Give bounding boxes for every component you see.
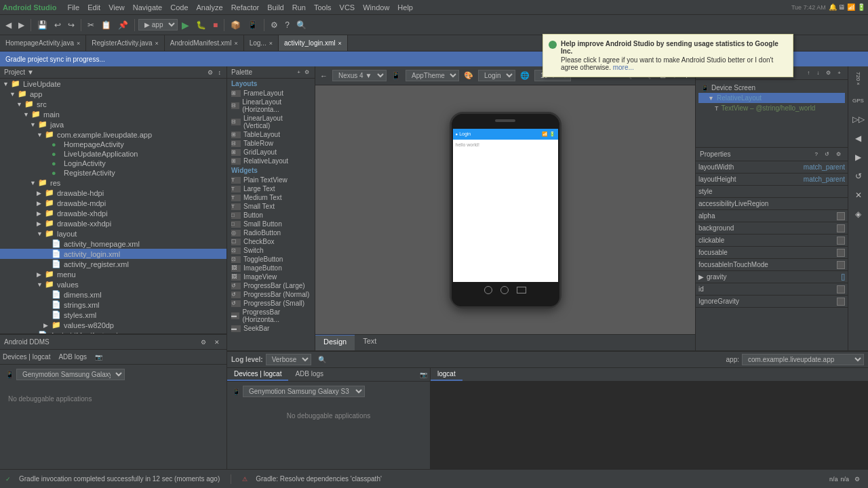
palette-medium-text[interactable]: T Medium Text (227, 193, 315, 202)
genymotion-device[interactable]: 📱 Genymotion Samsung Galaxy S3 – (3, 367, 224, 382)
palette-radiobutton[interactable]: ◎ RadioButton (227, 228, 315, 237)
adb-tab[interactable]: ADB logs (288, 368, 330, 381)
tab-close-4[interactable]: × (338, 40, 342, 47)
comp-tree-btn-2[interactable]: ↓ (814, 68, 822, 77)
menu-edit[interactable]: Edit (83, 2, 104, 13)
run-btn[interactable]: ▶ (179, 18, 192, 32)
tree-item-login-activity[interactable]: ● LoginActivity (0, 159, 226, 168)
tree-item-res[interactable]: ▼ 📁 res (0, 178, 226, 188)
menu-vcs[interactable]: VCS (336, 2, 359, 13)
device-config-btn[interactable]: 📱 (389, 70, 403, 81)
tree-item-menu-folder[interactable]: ▶ 📁 menu (0, 269, 226, 279)
project-settings-btn[interactable]: ⚙ (206, 69, 214, 76)
theme-select[interactable]: AppTheme (406, 70, 459, 81)
tab-register-activity[interactable]: RegisterActivity.java × (86, 35, 165, 51)
toolbar-back-btn[interactable]: ◀ (3, 19, 14, 31)
palette-togglebutton[interactable]: ⊡ ToggleButton (227, 255, 315, 264)
devices-logcat-tab[interactable]: Devices | logcat (3, 353, 50, 361)
tab-close-3[interactable]: × (269, 40, 273, 47)
tree-item-drawable-hdpi[interactable]: ▶ 📁 drawable-hdpi (0, 188, 226, 198)
menu-run[interactable]: Run (288, 2, 310, 13)
menu-code[interactable]: Code (166, 2, 192, 13)
tree-item-homepage-activity[interactable]: ● HomepageActivity (0, 140, 226, 149)
palette-small-text[interactable]: T Small Text (227, 202, 315, 211)
settings-btn[interactable]: ⚙ (268, 19, 281, 31)
notification-more-link[interactable]: more... (613, 64, 634, 71)
clickable-checkbox[interactable] (837, 237, 845, 245)
tree-item-liveupdateapp[interactable]: ● LiveUpdateApplication (0, 149, 226, 159)
palette-imagebutton[interactable]: 🖼 ImageButton (227, 264, 315, 272)
comp-tree-btn-4[interactable]: + (835, 68, 844, 77)
ddms-settings-btn[interactable]: ⚙ (198, 338, 209, 347)
locale-select[interactable]: Login (478, 70, 515, 81)
props-btn-filter[interactable]: ⚙ (833, 150, 844, 159)
menu-view[interactable]: View (104, 2, 129, 13)
comp-relativelayout[interactable]: ▼ RelativeLayout (698, 93, 845, 103)
log-level-select[interactable]: Verbose (266, 354, 311, 365)
tree-item-src[interactable]: ▼ 📁 src (0, 99, 226, 109)
palette-btn-2[interactable]: ⚙ (303, 69, 311, 75)
sidebar-rotate-btn[interactable]: ↺ (850, 168, 867, 184)
tree-item-dimens-xml[interactable]: 📄 dimens.xml (0, 289, 226, 300)
tab-activity-login[interactable]: activity_login.xml × (279, 35, 348, 51)
logcat-output[interactable] (431, 382, 868, 469)
debug-btn[interactable]: 🐛 (193, 19, 209, 31)
tab-log[interactable]: Log... × (244, 35, 279, 51)
menu-file[interactable]: File (63, 2, 83, 13)
tree-item-drawable-xxhdpi[interactable]: ▶ 📁 drawable-xxhdpi (0, 218, 226, 228)
logcat-tab[interactable]: logcat (431, 368, 462, 381)
design-nav-btn[interactable]: ← (318, 71, 330, 81)
locale-edit-btn[interactable]: 🌐 (518, 70, 532, 81)
palette-list[interactable]: Layouts ⊞ FrameLayout ⊟ LinearLayout (Ho… (227, 79, 315, 350)
menu-help[interactable]: Help (393, 2, 417, 13)
sidebar-settings-icon[interactable]: ◈ (850, 206, 867, 222)
tree-item-activity-login-xml[interactable]: 📄 activity_login.xml (0, 249, 226, 259)
focusable-checkbox[interactable] (837, 249, 845, 257)
toolbar-cut-btn[interactable]: ✂ (85, 19, 97, 31)
sidebar-volume-up-btn[interactable]: ▶ (850, 149, 867, 165)
toolbar-paste-btn[interactable]: 📌 (115, 19, 131, 31)
tree-item-drawable-mdpi[interactable]: ▶ 📁 drawable-mdpi (0, 198, 226, 208)
palette-linearlayout-v[interactable]: ⊟ LinearLayout (Vertical) (227, 114, 315, 130)
tree-item-java[interactable]: ▼ 📁 java (0, 119, 226, 129)
focusable-touchmode-checkbox[interactable] (837, 261, 845, 269)
tab-close-1[interactable]: × (155, 40, 159, 47)
avd-manager-btn[interactable]: 📱 (245, 19, 260, 31)
palette-tablelayout[interactable]: ⊞ TableLayout (227, 130, 315, 139)
sidebar-720x-label[interactable]: 720× (852, 69, 864, 89)
palette-large-text[interactable]: T Large Text (227, 184, 315, 193)
tab-close-2[interactable]: × (234, 40, 237, 47)
help-toolbar-btn[interactable]: ? (282, 19, 292, 31)
devices-list[interactable]: 📱 Genymotion Samsung Galaxy S3 – No debu… (0, 365, 226, 469)
adb-logs-tab[interactable]: ADB logs (58, 353, 87, 361)
stop-btn[interactable]: ■ (210, 19, 220, 31)
palette-progressbar-large[interactable]: ↺ ProgressBar (Large) (227, 281, 315, 290)
menu-tools[interactable]: Tools (310, 2, 336, 13)
device-select[interactable]: Nexus 4 ▼ (332, 70, 387, 81)
tree-item-main[interactable]: ▼ 📁 main (0, 109, 226, 119)
toolbar-save-btn[interactable]: 💾 (35, 19, 50, 31)
palette-framelayout[interactable]: ⊞ FrameLayout (227, 89, 315, 98)
palette-small-button[interactable]: □ Small Button (227, 220, 315, 228)
palette-tablerow[interactable]: ⊟ TableRow (227, 139, 315, 148)
palette-checkbox[interactable]: ☐ CheckBox (227, 237, 315, 246)
sdk-manager-btn[interactable]: 📦 (228, 19, 243, 31)
tree-item-activity-homepage-xml[interactable]: 📄 activity_homepage.xml (0, 239, 226, 249)
comp-device-screen[interactable]: 📱 Device Screen (698, 83, 845, 93)
sidebar-close-btn[interactable]: ✕ (850, 187, 867, 203)
palette-relativelayout[interactable]: ⊞ RelativeLayout (227, 157, 315, 165)
menu-build[interactable]: Build (263, 2, 288, 13)
device-dropdown[interactable]: Genymotion Samsung Galaxy S3 – (243, 386, 365, 397)
alpha-checkbox[interactable] (837, 212, 845, 220)
comp-tree-btn-1[interactable]: ↑ (804, 68, 812, 77)
menu-window[interactable]: Window (359, 2, 393, 13)
comp-textview[interactable]: T TextView – @string/hello_world (698, 103, 845, 113)
project-gear-btn[interactable]: ↕ (217, 69, 223, 76)
toolbar-copy-btn[interactable]: 📋 (98, 19, 114, 31)
tree-item-activity-register-xml[interactable]: 📄 activity_register.xml (0, 259, 226, 269)
tree-item-values-folder[interactable]: ▼ 📁 values (0, 279, 226, 289)
tab-homepage-activity[interactable]: HomepageActivity.java × (0, 35, 86, 51)
tab-android-manifest[interactable]: AndroidManifest.xml × (165, 35, 244, 51)
sidebar-gps-btn[interactable]: GPS (850, 92, 867, 108)
background-checkbox[interactable] (837, 224, 845, 232)
